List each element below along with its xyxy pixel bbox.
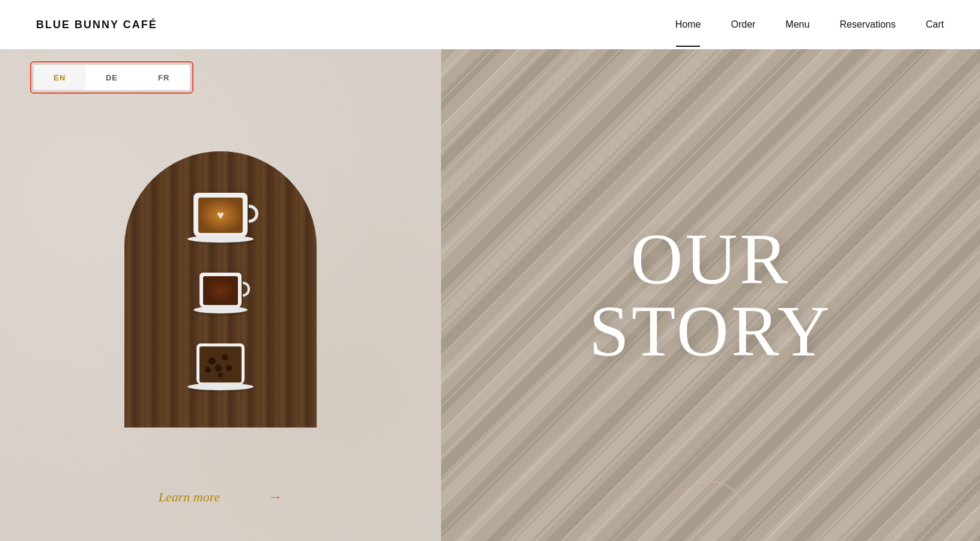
latte-cup-wrapper xyxy=(193,193,248,238)
our-story-text: OUR STORY xyxy=(589,223,832,367)
espresso-handle xyxy=(243,282,250,297)
lang-fr[interactable]: FR xyxy=(138,65,190,90)
arch-decoration xyxy=(674,481,746,517)
nav-menu[interactable]: Menu xyxy=(785,19,809,30)
logo: BLUE BUNNY CAFÉ xyxy=(36,19,157,31)
beans-cup xyxy=(196,343,245,385)
nav: Home Order Menu Reservations Cart xyxy=(675,19,944,30)
header: BLUE BUNNY CAFÉ Home Order Menu Reservat… xyxy=(0,0,980,49)
arch-image xyxy=(124,151,317,428)
arch-container xyxy=(124,151,317,428)
lang-de[interactable]: DE xyxy=(86,65,138,90)
latte-handle xyxy=(249,205,258,223)
espresso-saucer xyxy=(193,306,248,313)
learn-more-link[interactable]: Learn more xyxy=(159,489,220,505)
latte-cup xyxy=(193,193,248,238)
learn-more-section: Learn more → xyxy=(0,489,441,505)
nav-order[interactable]: Order xyxy=(731,19,755,30)
right-panel: OUR STORY xyxy=(441,49,980,541)
espresso-cup-wrapper xyxy=(199,273,242,309)
lang-switcher: EN DE FR xyxy=(34,65,190,90)
our-story-heading-line1: OUR xyxy=(589,223,832,295)
beans-saucer xyxy=(187,383,254,390)
nav-cart[interactable]: Cart xyxy=(926,19,944,30)
latte-saucer xyxy=(187,235,254,243)
lang-en[interactable]: EN xyxy=(34,65,86,90)
nav-home[interactable]: Home xyxy=(675,19,701,30)
lang-switcher-wrapper: EN DE FR xyxy=(30,61,193,94)
main-content: EN DE FR xyxy=(0,49,980,541)
espresso-cup xyxy=(199,273,242,309)
nav-reservations[interactable]: Reservations xyxy=(839,19,895,30)
our-story-heading-line2: STORY xyxy=(589,295,832,367)
arrow-right-icon[interactable]: → xyxy=(268,489,282,505)
left-panel: EN DE FR xyxy=(0,49,441,541)
beans-cup-wrapper xyxy=(196,343,245,385)
